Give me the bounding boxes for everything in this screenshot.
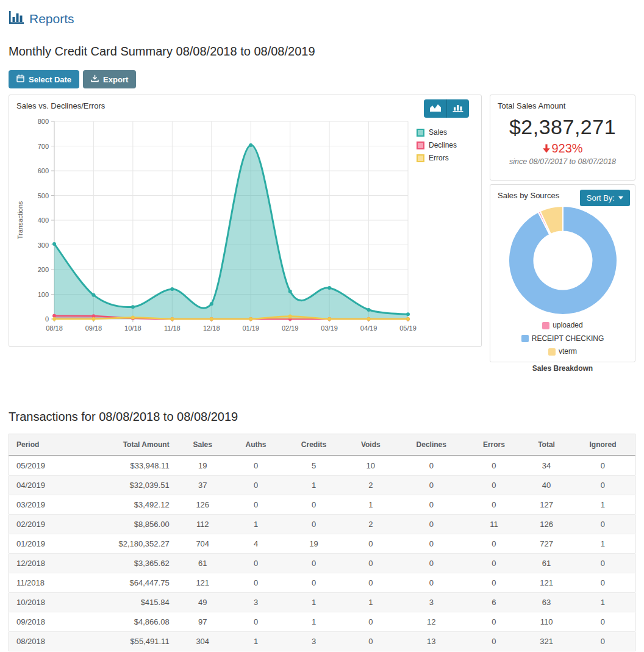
table-cell: $8,856.00 [76, 515, 177, 534]
table-cell: 61 [522, 554, 571, 573]
table-cell: 0 [229, 573, 283, 593]
table-cell: 1 [345, 495, 397, 515]
sales-vs-declines-errors-chart: 010020030040050060070080008/1809/1810/18… [9, 113, 481, 340]
column-header-ignored: Ignored [571, 434, 635, 456]
brand-title: Reports [29, 12, 74, 26]
table-cell: 0 [466, 632, 522, 651]
column-header-auths: Auths [229, 434, 283, 456]
donut-legend-item-uploaded[interactable]: uploaded [542, 320, 582, 331]
area-chart-icon [429, 103, 442, 114]
table-cell: $64,447.75 [76, 573, 177, 593]
table-cell: 1 [229, 632, 283, 651]
donut-legend-label: vterm [559, 346, 577, 357]
table-cell: 1 [571, 534, 635, 554]
column-header-total-amount: Total Amount [76, 434, 177, 456]
table-row: 02/2019$8,856.001121020111260 [9, 515, 635, 534]
svg-text:600: 600 [38, 167, 49, 174]
column-header-period: Period [9, 434, 76, 456]
table-cell: 1 [283, 476, 345, 495]
donut-legend-swatch [542, 322, 549, 329]
legend-item-sales[interactable]: Sales [417, 128, 475, 137]
table-row: 10/2018$415.844931136631 [9, 593, 635, 612]
table-cell: 0 [397, 554, 466, 573]
donut-legend-item-receipt-checking[interactable]: RECEIPT CHECKING [521, 333, 604, 345]
legend-swatch [417, 142, 424, 149]
table-cell: 127 [522, 495, 571, 515]
select-date-button[interactable]: Select Date [9, 70, 79, 88]
area-chart-toggle-button[interactable] [424, 99, 446, 118]
table-cell: 0 [345, 612, 397, 632]
bar-chart-toggle-icon [452, 103, 464, 114]
table-row: 03/2019$3,492.12126001001271 [9, 495, 635, 515]
legend-item-declines[interactable]: Declines [417, 141, 475, 149]
svg-text:02/19: 02/19 [282, 324, 299, 332]
bar-chart-toggle-button[interactable] [446, 99, 469, 118]
total-sales-change-value: 923% [551, 142, 582, 156]
table-cell: 1 [283, 612, 345, 632]
svg-text:200: 200 [38, 266, 49, 273]
donut-legend-swatch [548, 348, 556, 356]
svg-text:100: 100 [38, 291, 49, 298]
transactions-table-header: PeriodTotal AmountSalesAuthsCreditsVoids… [9, 434, 635, 456]
sales-chart-card: Sales vs. Declines/Errors [9, 95, 482, 347]
donut-legend-label: RECEIPT CHECKING [532, 333, 604, 345]
column-header-credits: Credits [283, 434, 345, 456]
table-cell: 1 [229, 515, 283, 534]
table-cell: 126 [522, 515, 571, 534]
table-cell: 5 [283, 456, 345, 476]
table-cell: $33,948.11 [76, 456, 177, 476]
legend-label: Declines [429, 141, 457, 149]
table-row: 09/2018$4,866.08970101201100 [9, 612, 635, 632]
export-button[interactable]: Export [83, 70, 136, 88]
series-sales [52, 143, 410, 319]
table-cell: 704 [177, 534, 229, 554]
table-cell: 0 [397, 476, 466, 495]
table-cell: 0 [397, 456, 466, 476]
table-cell: $2,180,352.27 [76, 534, 177, 554]
table-cell: 13 [397, 632, 466, 651]
sort-by-button[interactable]: Sort By: [580, 190, 630, 206]
table-cell: 0 [571, 573, 635, 593]
column-header-total: Total [522, 434, 571, 456]
table-cell: 1 [571, 495, 635, 515]
total-sales-amount: $2,387,271 [498, 115, 628, 139]
table-cell: 11 [466, 515, 522, 534]
table-cell: 0 [283, 495, 345, 515]
transactions-heading: Transactions for 08/08/2018 to 08/08/201… [9, 410, 635, 424]
svg-text:09/18: 09/18 [85, 324, 102, 332]
donut-legend-item-vterm[interactable]: vterm [548, 346, 577, 357]
svg-text:300: 300 [38, 242, 49, 249]
table-cell: 727 [522, 534, 571, 554]
svg-text:500: 500 [38, 192, 49, 199]
reports-page: Reports Monthly Credit Card Summary 08/0… [9, 0, 635, 651]
download-icon [91, 74, 99, 84]
chevron-down-icon [618, 196, 623, 199]
table-cell: 6 [466, 593, 522, 612]
transactions-table: PeriodTotal AmountSalesAuthsCreditsVoids… [9, 434, 635, 651]
table-cell: 2 [345, 476, 397, 495]
svg-text:12/18: 12/18 [203, 324, 220, 332]
table-cell: 0 [283, 573, 345, 593]
table-cell: 0 [397, 534, 466, 554]
table-cell: 12 [397, 612, 466, 632]
legend-label: Errors [429, 154, 449, 162]
table-cell: 11/2018 [9, 573, 76, 593]
legend-item-errors[interactable]: Errors [417, 154, 475, 162]
table-cell: 3 [283, 632, 345, 651]
table-cell: 03/2019 [9, 495, 76, 515]
total-sales-card: Total Sales Amount $2,387,271 923% since… [490, 95, 635, 181]
table-cell: $4,866.08 [76, 612, 177, 632]
table-cell: 321 [522, 632, 571, 651]
table-cell: 4 [229, 534, 283, 554]
table-row: 01/2019$2,180,352.277044190007271 [9, 534, 635, 554]
table-cell: 0 [397, 495, 466, 515]
table-cell: $415.84 [76, 593, 177, 612]
main-row: Sales vs. Declines/Errors [9, 95, 635, 362]
table-cell: 1 [345, 593, 397, 612]
table-cell: 3 [229, 593, 283, 612]
svg-text:0: 0 [45, 315, 49, 323]
table-cell: 10 [345, 456, 397, 476]
chart-type-toggle [424, 99, 469, 118]
calendar-icon [16, 74, 24, 84]
table-cell: 1 [571, 593, 635, 612]
